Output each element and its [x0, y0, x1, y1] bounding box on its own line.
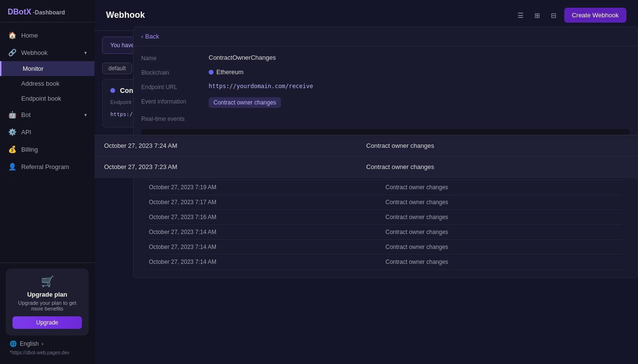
event-type: Contract owner changes — [385, 244, 622, 250]
table-row: October 27, 2023 7:14 AMContract owner c… — [149, 240, 622, 255]
chevron-down-icon: ▾ — [84, 112, 87, 117]
event-type: Contract owner changes — [385, 214, 622, 221]
chevron-right-icon: › — [41, 340, 43, 347]
realtime-events-label: Real-time events — [141, 115, 209, 122]
event-time: October 27, 2023 7:23 AM — [104, 163, 366, 170]
blockchain-badge: Ethereum — [209, 68, 630, 76]
sidebar-nav: 🏠 Home 🔗 Webhook ▾ Monitor Address book … — [0, 23, 94, 262]
sidebar-item-label: Home — [21, 32, 38, 39]
upgrade-title: Upgrade plan — [13, 291, 82, 298]
detail-panel-header: ‹ Back — [133, 27, 638, 46]
event-time: October 27, 2023 7:19 AM — [149, 184, 385, 191]
bot-icon: 🤖 — [8, 111, 16, 118]
table-row: October 27, 2023 7:19 AMContract owner c… — [149, 180, 622, 195]
name-label: Name — [141, 54, 209, 62]
detail-realtime-label-row: Real-time events — [141, 115, 630, 122]
upgrade-icon: 🛒 — [13, 275, 82, 288]
webhook-indicator — [110, 88, 115, 93]
url-hint: *https://dbot-web.pages.dev — [6, 349, 89, 358]
endpoint-url-value: https://yourdomain.com/receive — [209, 83, 630, 90]
back-button[interactable]: ‹ Back — [141, 33, 159, 40]
view-grid-button[interactable]: ⊞ — [532, 10, 543, 21]
event-type: Contract owner changes — [385, 229, 622, 235]
api-icon: ⚙️ — [8, 128, 16, 136]
event-time: October 27, 2023 7:14 AM — [149, 259, 385, 265]
sidebar-item-home[interactable]: 🏠 Home — [0, 26, 94, 44]
event-time: October 27, 2023 7:14 AM — [149, 229, 385, 235]
detail-blockchain-row: Blockchain Ethereum — [141, 68, 630, 76]
blockchain-value: Ethereum — [209, 68, 630, 76]
language-selector[interactable]: 🌐 English › — [6, 336, 89, 349]
tag-default[interactable]: default — [102, 63, 132, 74]
create-webhook-button[interactable]: Create Webhook — [564, 8, 626, 23]
event-time: October 27, 2023 7:14 AM — [149, 244, 385, 250]
billing-icon: 💰 — [8, 145, 16, 153]
sidebar-subitem-label: Monitor — [23, 65, 43, 72]
table-row: October 27, 2023 7:14 AMContract owner c… — [149, 225, 622, 240]
sidebar: DBotX -Dashboard 🏠 Home 🔗 Webhook ▾ Moni… — [0, 0, 94, 364]
detail-name-row: Name ContractOwnerChanges — [141, 54, 630, 62]
home-icon: 🏠 — [8, 31, 16, 39]
sidebar-item-bot[interactable]: 🤖 Bot ▾ — [0, 106, 94, 123]
blockchain-label: Blockchain — [141, 68, 209, 76]
topbar-actions: ☰ ⊞ ⊟ Create Webhook — [515, 8, 626, 23]
event-type: Contract owner changes — [385, 259, 622, 265]
event-chip: Contract owner changes — [209, 97, 281, 108]
table-row: October 27, 2023 7:16 AMContract owner c… — [149, 210, 622, 225]
chevron-left-icon: ‹ — [141, 33, 143, 40]
view-list-button[interactable]: ☰ — [515, 10, 527, 21]
detail-endpoint-row: Endpoint URL https://yourdomain.com/rece… — [141, 83, 630, 91]
sidebar-item-label: Referral Program — [21, 163, 69, 170]
tag-label: default — [108, 65, 126, 72]
table-row: October 27, 2023 7:17 AMContract owner c… — [149, 195, 622, 210]
sidebar-subitem-label: Endpoint book — [21, 95, 61, 102]
sidebar-item-label: Billing — [21, 146, 38, 153]
back-label: Back — [145, 33, 159, 40]
upgrade-button[interactable]: Upgrade — [13, 316, 82, 329]
sidebar-subitem-address-book[interactable]: Address book — [0, 76, 94, 91]
sidebar-item-label: Webhook — [21, 49, 48, 56]
page-title: Webhook — [106, 10, 145, 20]
chevron-down-icon: ▾ — [84, 50, 87, 55]
floating-events-panel: October 27, 2023 7:24 AMContract owner c… — [94, 135, 638, 178]
sidebar-subitem-label: Address book — [21, 80, 60, 87]
language-label: English — [20, 340, 39, 347]
webhook-icon: 🔗 — [8, 49, 16, 56]
floating-event-row: October 27, 2023 7:23 AMContract owner c… — [94, 156, 638, 178]
main-content: Webhook ☰ ⊞ ⊟ Create Webhook You have re… — [94, 0, 638, 364]
event-type: Contract owner changes — [385, 184, 622, 191]
referral-icon: 👤 — [8, 163, 16, 170]
eth-icon — [209, 70, 213, 75]
event-time: October 27, 2023 7:24 AM — [104, 142, 366, 149]
sidebar-item-referral[interactable]: 👤 Referral Program — [0, 158, 94, 175]
inner-event-list: October 27, 2023 7:20 AMContract owner c… — [141, 165, 630, 270]
name-value: ContractOwnerChanges — [209, 54, 630, 61]
event-info-label: Event information — [141, 97, 209, 105]
endpoint-url-label: Endpoint URL — [141, 83, 209, 91]
sidebar-item-api[interactable]: ⚙️ API — [0, 123, 94, 141]
event-chip-container: Contract owner changes — [209, 97, 630, 108]
sidebar-subitem-monitor[interactable]: Monitor — [0, 61, 94, 76]
table-row: October 27, 2023 7:14 AMContract owner c… — [149, 255, 622, 270]
floating-event-row: October 27, 2023 7:24 AMContract owner c… — [94, 135, 638, 156]
event-time: October 27, 2023 7:17 AM — [149, 199, 385, 206]
sidebar-footer: 🛒 Upgrade plan Upgrade your plan to get … — [0, 262, 94, 364]
view-grid2-button[interactable]: ⊟ — [548, 10, 559, 21]
sidebar-item-label: Bot — [21, 111, 31, 118]
blockchain-name: Ethereum — [216, 68, 243, 76]
sidebar-item-label: API — [21, 129, 31, 136]
upgrade-card: 🛒 Upgrade plan Upgrade your plan to get … — [6, 269, 89, 336]
event-type: Contract owner changes — [385, 199, 622, 206]
globe-icon: 🌐 — [10, 340, 17, 347]
event-type: Contract owner changes — [366, 142, 628, 149]
logo-text: DBotX -Dashboard — [8, 8, 65, 16]
sidebar-item-webhook[interactable]: 🔗 Webhook ▾ — [0, 44, 94, 61]
logo: DBotX -Dashboard — [0, 0, 94, 23]
sidebar-subitem-endpoint-book[interactable]: Endpoint book — [0, 91, 94, 106]
sidebar-item-billing[interactable]: 💰 Billing — [0, 141, 94, 158]
event-time: October 27, 2023 7:16 AM — [149, 214, 385, 221]
event-type: Contract owner changes — [366, 163, 628, 170]
upgrade-description: Upgrade your plan to get more benefits — [13, 300, 82, 312]
detail-event-info-row: Event information Contract owner changes — [141, 97, 630, 108]
